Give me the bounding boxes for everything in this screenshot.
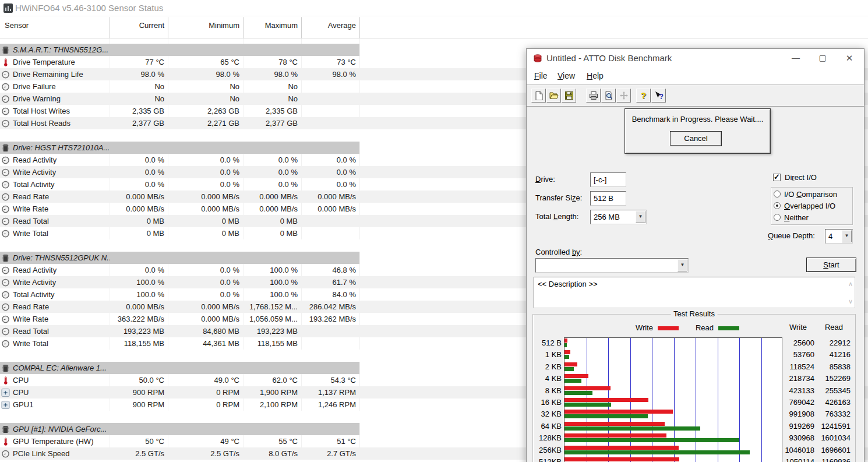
scroll-down-icon[interactable]: ∨ [848, 298, 853, 304]
io-comparison-radio[interactable] [774, 191, 781, 198]
sensor-minimum: 0.000 MB/s [168, 203, 243, 215]
gauge-icon [1, 180, 10, 189]
controlled-by-select[interactable]: ▼ [535, 258, 689, 273]
transfer-size-tick: 16 KB [533, 398, 562, 407]
drive-select[interactable]: [-c-] [590, 172, 626, 187]
sensor-average [301, 105, 359, 117]
write-value: 218734 [768, 374, 814, 383]
menu-view[interactable]: View [558, 71, 575, 80]
print-icon[interactable] [586, 89, 601, 103]
sensor-current: No [110, 93, 168, 105]
atto-titlebar[interactable]: Untitled - ATTO Disk Benchmark — ▢ ✕ [527, 49, 864, 68]
write-bar [564, 362, 577, 366]
sensor-minimum: 0 MB [168, 215, 243, 227]
sensor-minimum: 0.0 % [168, 178, 243, 191]
queue-depth-select[interactable]: 4▼ [825, 229, 853, 244]
read-value: 85838 [816, 362, 851, 372]
atto-dialog-area: Drive: [-c-] Transfer Size: 512 B Total … [527, 107, 864, 462]
gauge-icon [1, 82, 10, 91]
write-value: 1046018 [768, 446, 814, 455]
print-preview-icon[interactable] [601, 89, 616, 103]
sensor-average: 1,137 RPM [301, 386, 359, 398]
gridline [761, 338, 762, 462]
direct-io-checkbox[interactable] [773, 174, 781, 181]
save-icon[interactable] [562, 89, 576, 103]
scroll-up-icon[interactable]: ∧ [848, 281, 853, 287]
sensor-label: Read Activity [13, 156, 57, 164]
gridline [696, 338, 696, 462]
context-help-icon[interactable]: ? [651, 89, 666, 103]
chevron-down-icon[interactable]: ▼ [678, 259, 687, 271]
overlapped-io-radio[interactable] [774, 202, 781, 209]
chevron-down-icon[interactable]: ▼ [636, 211, 645, 223]
atto-app-icon [533, 54, 542, 63]
column-maximum[interactable]: Maximum [243, 21, 298, 30]
sensor-maximum: 55 °C [243, 435, 301, 447]
column-sensor[interactable]: Sensor [5, 21, 29, 30]
gauge-icon [1, 70, 10, 79]
write-bar [564, 386, 611, 390]
sensor-label: Drive Remaining Life [13, 70, 83, 79]
read-value: 1696601 [816, 446, 851, 455]
new-file-icon[interactable] [531, 89, 546, 103]
total-length-label: Total Length: [535, 212, 578, 221]
total-length-select[interactable]: 256 MB▼ [590, 210, 647, 224]
write-bar [564, 398, 648, 402]
write-value: 1050114 [768, 457, 814, 462]
write-value: 25600 [768, 338, 814, 348]
sensor-minimum: 0 RPM [168, 398, 243, 411]
menu-file[interactable]: File [534, 71, 548, 80]
sensor-label: PCIe Link Speed [13, 449, 70, 458]
cancel-button[interactable]: Cancel [670, 131, 722, 146]
sensor-minimum: 98.0 % [168, 68, 243, 80]
gridline [674, 338, 675, 462]
overlapped-io-label[interactable]: Overlapped I/O [784, 202, 835, 210]
sensor-label: Write Activity [13, 278, 56, 287]
sensor-current: 100.0 % [110, 288, 168, 301]
start-button[interactable]: Start [806, 258, 856, 272]
read-value: 255345 [816, 386, 851, 396]
sensor-average: 0.0 % [301, 178, 359, 191]
sensor-label: CPU [13, 388, 29, 397]
sensor-average: 1,246 RPM [301, 398, 359, 411]
hwinfo-window-title: HWiNFO64 v5.46-3100 Sensor Status [15, 3, 163, 13]
read-value: 1601034 [816, 433, 851, 443]
sensor-maximum: 100.0 % [243, 276, 301, 288]
sensor-current: 363.222 MB/s [110, 313, 168, 325]
io-comparison-label[interactable]: I/O Comparison [784, 190, 837, 199]
controlled-by-label: Controlled by: [535, 248, 582, 256]
column-minimum[interactable]: Minimum [168, 21, 239, 30]
read-bar [564, 391, 592, 395]
read-bar [564, 450, 750, 454]
transfer-size-tick: 128KB [533, 433, 562, 443]
direct-io-label[interactable]: Direct I/O [785, 173, 817, 182]
open-file-icon[interactable] [546, 89, 561, 103]
transfer-size-field[interactable]: 512 B [590, 191, 626, 206]
gauge-icon [1, 229, 10, 238]
gauge-icon [1, 107, 10, 116]
sensor-maximum: 118,155 MB [243, 337, 301, 350]
maximize-button[interactable]: ▢ [809, 49, 836, 67]
neither-label[interactable]: Neither [784, 213, 809, 222]
minimize-button[interactable]: — [782, 49, 809, 67]
read-column-header: Read [817, 323, 843, 331]
close-button[interactable]: ✕ [836, 49, 863, 67]
queue-depth-label: Queue Depth: [768, 231, 815, 240]
sensor-average: 84.0 % [301, 288, 359, 301]
sensor-current: 0.0 % [110, 178, 168, 191]
chevron-down-icon[interactable]: ▼ [842, 230, 852, 242]
menu-help[interactable]: Help [587, 71, 604, 80]
about-help-icon[interactable]: ? [636, 89, 651, 103]
read-bar [564, 343, 567, 347]
neither-radio[interactable] [774, 214, 781, 221]
description-box[interactable]: << Description >> ∧ ∨ [534, 277, 855, 308]
column-average[interactable]: Average [301, 21, 356, 30]
atto-chart-plot [564, 337, 782, 462]
read-bar [564, 367, 574, 371]
read-value: 1241591 [816, 422, 851, 431]
move-icon[interactable] [616, 89, 631, 103]
sensor-maximum: 0.0 % [243, 178, 301, 191]
column-current[interactable]: Current [110, 21, 164, 30]
sensor-minimum: 0.000 MB/s [168, 313, 243, 325]
sensor-average: 0.0 % [301, 154, 359, 166]
